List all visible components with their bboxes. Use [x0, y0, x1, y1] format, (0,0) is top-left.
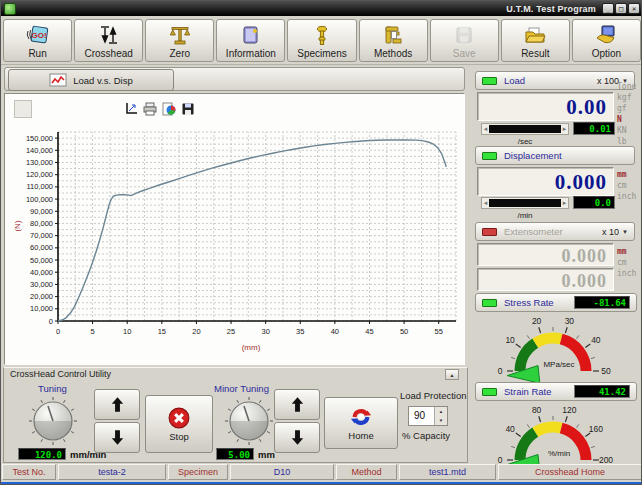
strain-rate-led-indicator [482, 388, 497, 396]
svg-text:160: 160 [589, 424, 603, 434]
arrow-down-icon [111, 429, 124, 446]
stop-icon [168, 407, 190, 429]
toolbar-button-zero[interactable]: Zero [145, 19, 214, 62]
toolbar-button-label: Save [453, 48, 476, 59]
svg-text:%/min: %/min [548, 449, 570, 458]
toolbar-button-label: Information [226, 48, 276, 59]
minor-tuning-up-button[interactable] [274, 389, 320, 420]
unit-kgf[interactable]: kgf [617, 92, 636, 103]
save-chart-icon[interactable] [180, 101, 195, 116]
extensometer-range-dropdown[interactable]: x 10▼ [602, 227, 628, 237]
displacement-value-display: 0.000 [477, 167, 614, 196]
unit-mm[interactable]: mm [617, 246, 636, 257]
chevron-down-icon: ▼ [622, 229, 628, 235]
tuning-down-button[interactable] [94, 422, 140, 453]
minor-tuning-down-button[interactable] [274, 422, 320, 453]
stop-button-label: Stop [169, 431, 189, 442]
unit-inch[interactable]: inch [617, 268, 636, 279]
svg-text:70,000: 70,000 [30, 231, 53, 240]
extensometer-led-indicator [482, 228, 497, 236]
load-rate-slider[interactable]: ◂▸ [481, 123, 569, 135]
stress-rate-header[interactable]: Stress Rate -81.64 [475, 293, 637, 312]
minor-tuning-value-display: 5.00 [216, 448, 254, 460]
load-protection-spinner[interactable]: 90 ▲▼ [408, 406, 448, 426]
slider-left-arrow-icon: ◂ [482, 124, 489, 134]
svg-text:10,000: 10,000 [30, 304, 53, 313]
toolbar-button-specimens[interactable]: Specimens [287, 19, 356, 62]
tuning-knob[interactable] [24, 394, 82, 448]
unit-cm[interactable]: cm [617, 257, 636, 268]
unit-n[interactable]: N [617, 114, 636, 125]
title-bar: U.T.M. Test Program _ □ × [1, 1, 642, 16]
unit-tone[interactable]: Tone [617, 81, 636, 92]
spin-up-button[interactable]: ▲ [435, 407, 447, 416]
unit-gf[interactable]: gf [617, 103, 636, 114]
toolbar-button-run[interactable]: GO!Run [3, 19, 72, 62]
home-button[interactable]: Home [324, 397, 398, 449]
stress-rate-led-indicator [482, 299, 497, 307]
tuning-up-button[interactable] [94, 389, 140, 420]
displacement-rate-slider[interactable]: ◂▸ [481, 197, 569, 209]
displacement-channel-header[interactable]: Displacement [475, 146, 635, 165]
status-cell-method-value: test1.mtd [399, 464, 496, 480]
stress-rate-label: Stress Rate [504, 297, 554, 308]
svg-text:35: 35 [296, 327, 304, 336]
unit-kn[interactable]: KN [617, 125, 636, 136]
axes-scale-icon[interactable] [123, 101, 138, 116]
load-range-value: x 100 [597, 76, 619, 86]
tab-label: Load v.s. Disp [73, 75, 133, 86]
unit-inch[interactable]: inch [617, 191, 636, 202]
load-unit-list[interactable]: TonekgfgfNKNlb [617, 81, 636, 147]
option-icon [594, 23, 618, 47]
status-bar: Test No.testa-2SpecimenD10Methodtest1.mt… [1, 464, 642, 481]
unit-mm[interactable]: mm [617, 169, 636, 180]
crosshead-panel-title: CrossHead Control Utility [10, 369, 111, 379]
tab-load-vs-disp[interactable]: Load v.s. Disp [8, 69, 174, 91]
toolbar-button-crosshead[interactable]: Crosshead [74, 19, 143, 62]
methods-icon [381, 23, 405, 47]
extensometer-channel-header[interactable]: Extensometer x 10▼ [475, 222, 635, 241]
print-icon[interactable] [142, 101, 157, 116]
information-icon [239, 23, 263, 47]
displacement-led-indicator [482, 152, 497, 160]
svg-text:0: 0 [498, 366, 503, 376]
extensometer-value2-display: 0.000 [477, 268, 614, 291]
stop-button[interactable]: Stop [145, 395, 213, 453]
minor-tuning-knob[interactable] [220, 394, 278, 448]
svg-text:140,000: 140,000 [26, 146, 53, 155]
close-button[interactable]: × [628, 3, 640, 14]
svg-text:30: 30 [261, 327, 269, 336]
slider-track [489, 125, 561, 133]
extensometer-range-value: x 10 [602, 227, 619, 237]
extensometer-unit-list[interactable]: mmcminch [617, 246, 636, 279]
displacement-unit-list[interactable]: mmcminch [617, 169, 636, 202]
unit-cm[interactable]: cm [617, 180, 636, 191]
window-title: U.T.M. Test Program [506, 4, 596, 14]
load-rate-unit: /sec [481, 137, 569, 146]
toolbar-button-result[interactable]: Result [501, 19, 570, 62]
svg-text:40: 40 [505, 424, 515, 434]
svg-text:30: 30 [565, 316, 575, 326]
slider-right-arrow-icon: ▸ [561, 198, 568, 208]
svg-text:25: 25 [227, 327, 235, 336]
load-channel-header[interactable]: Load x 100▼ [475, 71, 635, 90]
toolbar-button-methods[interactable]: Methods [359, 19, 428, 62]
load-label: Load [504, 75, 525, 86]
status-cell-test-no-label: Test No. [2, 464, 56, 480]
palette-icon[interactable] [161, 101, 176, 116]
collapse-panel-button[interactable]: ▲ [445, 369, 459, 380]
spin-down-button[interactable]: ▼ [435, 416, 447, 425]
minor-tuning-unit: mm [258, 449, 275, 460]
load-displacement-chart: 0510152025303540455055010,00020,00030,00… [7, 121, 462, 363]
chart-corner-button[interactable] [14, 100, 32, 118]
load-led-indicator [482, 77, 497, 85]
chart-toolbar [123, 101, 195, 116]
restore-button[interactable]: □ [615, 3, 627, 14]
svg-text:20: 20 [192, 327, 200, 336]
toolbar-button-label: Methods [374, 48, 412, 59]
toolbar-button-option[interactable]: Option [572, 19, 641, 62]
minimize-button[interactable]: _ [602, 3, 614, 14]
toolbar-button-information[interactable]: Information [216, 19, 285, 62]
stress-rate-gauge: 01020304050MPa/sec [479, 313, 631, 379]
strain-rate-header[interactable]: Strain Rate 41.42 [475, 382, 637, 401]
